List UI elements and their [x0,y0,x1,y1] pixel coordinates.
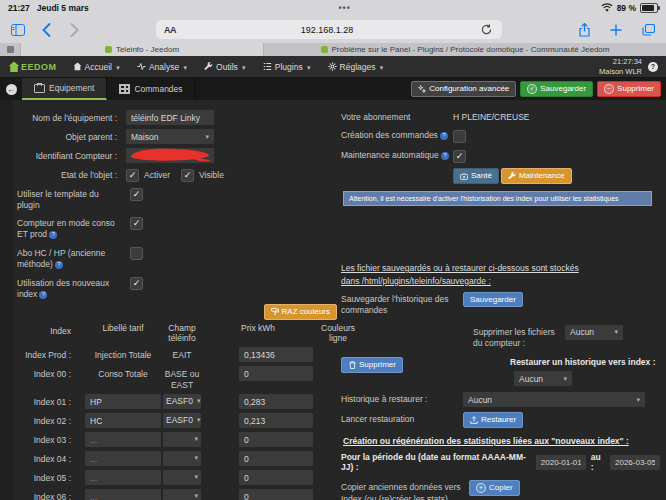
history-to-restore-select[interactable]: Aucun [463,392,645,407]
create-commands-checkbox[interactable] [453,130,466,143]
reload-icon[interactable] [478,22,494,38]
use-template-checkbox[interactable]: ✓ [130,188,143,201]
price-input[interactable] [239,489,313,500]
table-row-05: Index 05 : [13,470,341,485]
briefcase-icon [34,84,45,93]
price-input[interactable] [239,432,313,447]
new-tab-icon[interactable] [608,22,624,38]
chevron-down-icon: ▼ [115,65,121,71]
tab-teleinfo[interactable]: Teleinfo - Jeedom [21,43,263,56]
date-to-input[interactable] [610,455,660,470]
tariff-label-input[interactable] [85,470,161,485]
history-to-restore-label: Historique à restaurer : [341,392,463,405]
parent-object-select[interactable]: Maison [126,129,214,144]
field-select[interactable] [163,432,201,447]
menu-reglages[interactable]: Réglages▼ [328,62,385,72]
table-row-01: Index 01 : EASF0 [13,394,341,409]
table-icon [119,84,130,94]
menu-outils[interactable]: Outils▼ [204,62,247,72]
price-input[interactable] [239,470,313,485]
multitask-ellipsis-icon[interactable]: ••• [338,3,350,13]
clock: 21:27:34 [599,57,642,66]
backup-delete-button[interactable]: Supprimer [341,357,403,373]
backup-save-button[interactable]: Sauvegarder [463,292,523,308]
auto-maintenance-checkbox[interactable]: ✓ [453,150,466,163]
price-input[interactable] [239,394,313,409]
col-prix: Prix kWh [239,323,281,344]
pulse-icon [137,62,146,71]
parent-object-label: Objet parent : [13,129,126,143]
restore-to-index-select[interactable]: Aucun [514,371,572,386]
launch-restore-label: Lancer restauration [341,412,463,425]
delete-files-select[interactable]: Aucun [565,325,623,340]
date-from-input[interactable] [536,455,586,470]
new-index-checkbox[interactable]: ✓ [130,277,143,290]
visible-checkbox[interactable]: ✓ [181,169,194,182]
price-input[interactable] [239,347,313,362]
back-icon[interactable] [38,22,54,38]
copy-old-data-label: Copier anciennes données vers Index (ou … [341,480,469,500]
menu-plugins[interactable]: Plugins▼ [263,62,312,72]
reader-aa-button[interactable]: AA [164,25,176,35]
field-select[interactable] [163,489,201,500]
equipment-toolbar: ← Equipement Commandes Configuration ava… [0,78,666,100]
wrench-icon [204,62,213,71]
back-to-plugin-icon[interactable]: ← [0,78,22,100]
check-circle-icon: ✓ [527,84,537,94]
advanced-config-button[interactable]: Configuration avancée [411,81,516,97]
menu-accueil[interactable]: Accueil▼ [73,62,121,72]
help-icon[interactable]: ? [648,62,658,72]
tariff-label-input[interactable] [85,413,161,428]
help-badge-icon: ? [49,231,57,239]
raz-colors-button[interactable]: RAZ couleurs [264,304,337,320]
pinned-tab-icon[interactable] [0,43,21,56]
tab-commandes[interactable]: Commandes [107,78,195,100]
object-state-label: Etat de l'objet : [13,167,126,181]
delete-button[interactable]: − Supprimer [597,81,661,97]
table-row-prod: Index Prod : Injection Totale EAIT [13,347,341,362]
tab-community[interactable]: Problème sur le Panel - Plugins / Protoc… [263,43,666,56]
medkit-icon [460,172,468,180]
price-input[interactable] [239,451,313,466]
field-select[interactable]: EASF0 [163,413,201,428]
field-select[interactable] [163,470,201,485]
jeedom-favicon [105,46,112,53]
conso-prod-checkbox[interactable]: ✓ [130,217,143,230]
equipment-name-input[interactable] [126,110,214,125]
row-index: Index 01 : [13,394,71,407]
forward-icon[interactable] [66,22,82,38]
price-input[interactable] [239,366,313,381]
wifi-icon [601,3,613,13]
share-icon[interactable] [576,22,592,38]
menu-analyse[interactable]: Analyse▼ [137,62,188,72]
jeedom-logo[interactable]: EEDOM [8,61,57,73]
health-button[interactable]: Santé [453,168,499,184]
tab-equipement[interactable]: Equipement [22,78,107,100]
maintenance-button[interactable]: Maintenance [501,168,572,184]
save-button[interactable]: ✓ Sauvegarder [520,81,593,97]
help-badge-icon: ? [55,261,63,269]
tariff-label-input[interactable] [85,394,161,409]
tariff-label-input[interactable] [85,432,161,447]
address-bar[interactable]: AA 192.168.1.28 [156,20,502,39]
tariff-label-input[interactable] [85,489,161,500]
copy-button[interactable]: + Copier [469,480,520,496]
col-index: Index [13,323,71,344]
restore-button[interactable]: Restaurer [463,412,523,428]
activer-checkbox[interactable]: ✓ [126,169,139,182]
tabs-overview-icon[interactable] [640,22,656,38]
chevron-down-icon: ▼ [182,65,188,71]
abo-hchp-checkbox[interactable] [130,247,143,260]
row-label: Conso Totale [85,366,161,380]
meter-id-input[interactable] [126,148,214,163]
tariff-label-input[interactable] [85,451,161,466]
stats-section-title: Création ou régénération des statistique… [343,436,660,446]
gears-icon [418,85,426,93]
url-text[interactable]: 192.168.1.28 [176,25,478,35]
history-warning: Attention, il est nécessaire d'activer l… [343,191,652,206]
field-select[interactable]: EASF0 [163,394,201,409]
sidebar-icon[interactable] [10,22,26,38]
price-input[interactable] [239,413,313,428]
list-icon [263,62,272,71]
field-select[interactable] [163,451,201,466]
